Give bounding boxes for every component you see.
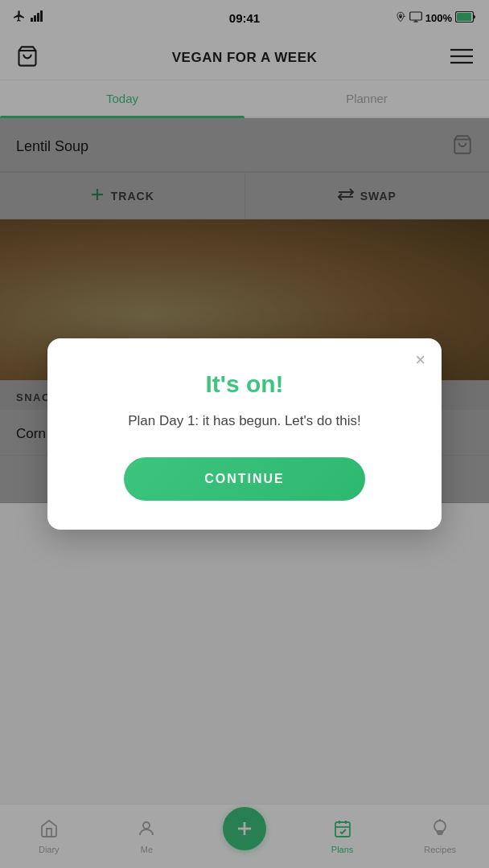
modal-overlay: × It's on! Plan Day 1: it has begun. Let… xyxy=(0,0,489,868)
modal-subtitle: Plan Day 1: it has begun. Let's do this! xyxy=(128,411,361,432)
continue-button[interactable]: CONTINUE xyxy=(124,457,365,501)
modal-dialog: × It's on! Plan Day 1: it has begun. Let… xyxy=(47,338,442,530)
modal-close-button[interactable]: × xyxy=(415,351,425,369)
modal-title: It's on! xyxy=(205,371,283,398)
